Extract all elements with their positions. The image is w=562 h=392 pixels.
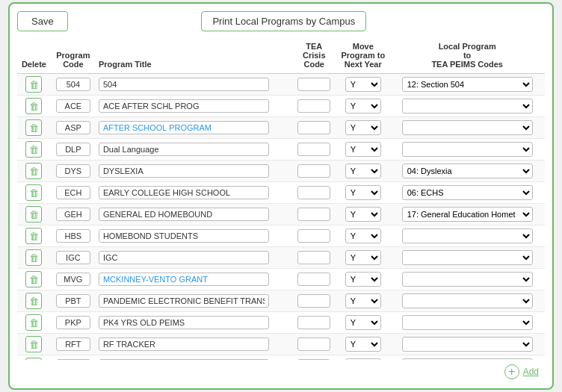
program-title-input[interactable] — [99, 186, 269, 199]
local-program-select[interactable] — [402, 315, 533, 330]
program-code-cell: PKP — [56, 316, 90, 329]
add-link[interactable]: Add — [523, 367, 539, 377]
add-circle-icon[interactable]: + — [504, 364, 519, 379]
local-program-select[interactable] — [402, 142, 533, 157]
delete-icon[interactable]: 🗑 — [25, 314, 42, 331]
delete-icon[interactable]: 🗑 — [25, 141, 42, 158]
move-next-year-select[interactable]: YN — [345, 358, 381, 360]
table-wrapper: Delete Program Code Program Title TEACri… — [17, 39, 545, 360]
local-program-select[interactable] — [402, 272, 533, 287]
local-program-select[interactable]: 17: General Education Homet — [402, 207, 533, 222]
program-code-cell: RFT — [56, 337, 90, 351]
move-next-year-select[interactable]: YN — [345, 228, 381, 243]
toolbar: Save Print Local Programs by Campus — [17, 11, 545, 31]
header-program-title: Program Title — [96, 39, 291, 74]
add-row: + Add — [17, 360, 545, 381]
move-next-year-select[interactable]: YN — [345, 77, 381, 92]
delete-icon[interactable]: 🗑 — [25, 336, 42, 352]
move-next-year-select[interactable]: YN — [345, 315, 381, 330]
tea-crisis-input[interactable] — [297, 229, 330, 243]
delete-icon[interactable]: 🗑 — [25, 228, 42, 244]
move-next-year-select[interactable]: YN — [345, 250, 381, 265]
program-title-input[interactable] — [99, 251, 269, 264]
tea-crisis-input[interactable] — [297, 143, 330, 156]
header-tea-crisis: TEACrisisCode — [291, 39, 336, 74]
program-title-input[interactable] — [99, 208, 269, 221]
local-program-select[interactable]: 12: Section 504 — [402, 77, 533, 92]
local-program-select[interactable]: 04: Dyslexia — [402, 164, 533, 178]
program-code-cell: ACE — [56, 99, 90, 113]
move-next-year-select[interactable]: YN — [345, 142, 381, 157]
toolbar-center: Print Local Programs by Campus — [68, 11, 500, 31]
local-program-select[interactable]: 06: ECHS — [402, 185, 533, 200]
table-row: 🗑MVGYN — [17, 269, 545, 290]
move-next-year-select[interactable]: YN — [345, 164, 381, 178]
tea-crisis-input[interactable] — [297, 121, 330, 134]
table-row: 🗑PKPYN — [17, 312, 545, 334]
tea-crisis-input[interactable] — [297, 294, 330, 308]
move-next-year-select[interactable]: YN — [345, 293, 381, 308]
save-button[interactable]: Save — [17, 11, 68, 31]
move-next-year-select[interactable]: YN — [345, 337, 381, 352]
tea-crisis-input[interactable] — [297, 99, 330, 113]
program-code-cell: RTI — [56, 359, 90, 360]
tea-crisis-input[interactable] — [297, 186, 330, 199]
delete-icon[interactable]: 🗑 — [25, 119, 42, 136]
tea-crisis-input[interactable] — [297, 337, 330, 351]
local-program-select[interactable] — [402, 120, 533, 135]
delete-icon[interactable]: 🗑 — [25, 184, 42, 201]
local-program-select[interactable] — [402, 99, 533, 113]
table-row: 🗑PBTYN — [17, 290, 545, 312]
delete-icon[interactable]: 🗑 — [25, 76, 42, 93]
local-program-select[interactable] — [402, 337, 533, 352]
programs-table: Delete Program Code Program Title TEACri… — [17, 39, 545, 360]
table-row: 🗑DYSYN04: Dyslexia — [17, 161, 545, 182]
program-title-input[interactable] — [99, 99, 269, 113]
delete-icon[interactable]: 🗑 — [25, 206, 42, 223]
program-code-cell: ECH — [56, 186, 90, 199]
tea-crisis-input[interactable] — [297, 273, 330, 286]
table-row: 🗑HBSYN — [17, 225, 545, 247]
header-program-code: Program Code — [51, 39, 96, 74]
table-row: 🗑ECHYN06: ECHS — [17, 182, 545, 204]
local-program-select[interactable] — [402, 358, 533, 360]
move-next-year-select[interactable]: YN — [345, 207, 381, 222]
program-title-input[interactable] — [99, 164, 269, 178]
tea-crisis-input[interactable] — [297, 251, 330, 264]
local-program-select[interactable] — [402, 293, 533, 308]
toolbar-left: Save — [17, 11, 68, 31]
local-program-select[interactable] — [402, 228, 533, 243]
program-title-input[interactable] — [99, 273, 269, 286]
tea-crisis-input[interactable] — [297, 78, 330, 91]
delete-icon[interactable]: 🗑 — [25, 293, 42, 309]
program-code-cell: MVG — [56, 273, 90, 286]
table-row: 🗑ACEYN — [17, 96, 545, 117]
delete-icon[interactable]: 🗑 — [25, 163, 42, 179]
delete-icon[interactable]: 🗑 — [25, 271, 42, 287]
print-button[interactable]: Print Local Programs by Campus — [201, 11, 366, 31]
tea-crisis-input[interactable] — [297, 316, 330, 329]
move-next-year-select[interactable]: YN — [345, 272, 381, 287]
program-code-cell: DYS — [56, 164, 90, 178]
program-title-input[interactable] — [99, 121, 269, 134]
program-title-input[interactable] — [99, 337, 269, 351]
program-title-input[interactable] — [99, 316, 269, 329]
program-code-cell: ASP — [56, 121, 90, 134]
move-next-year-select[interactable]: YN — [345, 185, 381, 200]
program-code-cell: IGC — [56, 251, 90, 264]
program-title-input[interactable] — [99, 78, 269, 91]
header-move-next-year: MoveProgram toNext Year — [336, 39, 389, 74]
delete-icon[interactable]: 🗑 — [25, 98, 42, 114]
program-title-input[interactable] — [99, 143, 269, 156]
tea-crisis-input[interactable] — [297, 208, 330, 221]
program-title-input[interactable] — [99, 229, 269, 243]
tea-crisis-input[interactable] — [297, 359, 330, 360]
tea-crisis-input[interactable] — [297, 164, 330, 178]
delete-icon[interactable]: 🗑 — [25, 249, 42, 266]
move-next-year-select[interactable]: YN — [345, 99, 381, 113]
program-title-input[interactable] — [99, 294, 269, 308]
program-title-input[interactable] — [99, 359, 269, 360]
delete-icon[interactable]: 🗑 — [25, 358, 42, 360]
local-program-select[interactable] — [402, 250, 533, 265]
move-next-year-select[interactable]: YN — [345, 120, 381, 135]
